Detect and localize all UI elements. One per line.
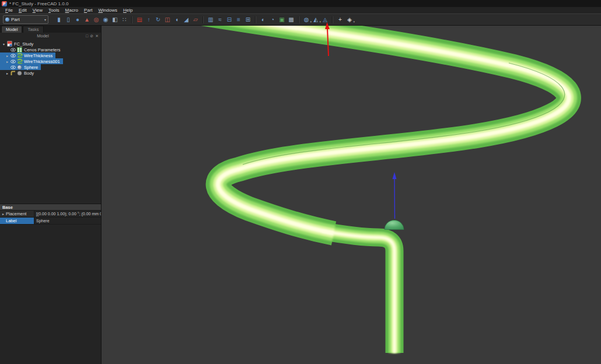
combo-view-tabs: Model Tasks — [0, 26, 101, 33]
toolbar-separator — [131, 16, 132, 23]
combo-view-panel: Model Tasks Model □ ⊘ ✕ ▾ FC_Study — [0, 26, 102, 364]
eye-icon — [10, 52, 16, 58]
helix-model[interactable] — [102, 26, 601, 364]
toolbar-separator — [298, 16, 299, 23]
loft-icon[interactable]: ▥ — [207, 16, 215, 24]
tree-row-fc-study[interactable]: ▾ FC_Study — [0, 41, 36, 47]
fillet-icon[interactable]: ◖ — [173, 16, 181, 24]
part-torus-icon[interactable]: ◎ — [92, 16, 100, 24]
part-sphere-icon[interactable]: ● — [74, 16, 82, 24]
model-panel-header: Model □ ⊘ ✕ — [0, 33, 101, 39]
tree-item-label: WireThickness — [24, 53, 53, 58]
sphere-icon — [16, 64, 23, 70]
tree-item-label: Sphere — [24, 65, 38, 70]
expander-icon[interactable]: ▸ — [1, 212, 5, 216]
defeaturing-icon[interactable]: ▩ — [287, 16, 295, 24]
make-face-icon[interactable]: ▱ — [191, 16, 200, 24]
property-group-header[interactable]: Base — [0, 204, 101, 211]
part-box-icon[interactable]: ▮ — [55, 16, 63, 24]
revolve-icon[interactable]: ↻ — [154, 16, 162, 24]
expander-icon[interactable]: ▸ — [5, 71, 10, 75]
menu-edit[interactable]: Edit — [16, 8, 30, 13]
menu-tools[interactable]: Tools — [46, 8, 62, 13]
helix-icon — [16, 52, 23, 58]
part-workbench-icon — [5, 18, 9, 22]
eye-icon — [10, 47, 16, 52]
titlebar: F * FC_Study - FreeCAD 1.0.0 — [0, 0, 601, 7]
solid-icon — [16, 70, 23, 76]
toolbar: Part ▾ ▮ ▯ ● ▲ ◎ ◉ ◧ ∷ ▤ ↑ ↻ ◫ ◖ ◢ ▱ ▥ ≈… — [0, 13, 601, 26]
split-tools-icon[interactable]: ◭ — [312, 16, 320, 24]
chamfer-icon[interactable]: ◢ — [182, 16, 190, 24]
tree-row-cenos-parameters[interactable]: Cenos Parameters — [0, 47, 64, 52]
property-value[interactable]: Sphere — [34, 218, 101, 224]
toolbar-separator — [255, 16, 256, 23]
draw-style-icon[interactable]: ◈ — [345, 16, 354, 24]
chevron-down-icon: ▾ — [44, 18, 46, 22]
eye-icon — [10, 64, 16, 70]
tree-row-sphere[interactable]: Sphere — [0, 64, 41, 70]
menu-help[interactable]: Help — [120, 8, 135, 13]
boolean-icon[interactable]: ◐ — [259, 16, 267, 24]
sweep-icon[interactable]: ≈ — [216, 16, 224, 24]
cenos-icon[interactable]: ▣ — [278, 16, 286, 24]
workbench-label: Part — [11, 17, 20, 22]
dock-float-icon[interactable]: □ — [86, 34, 88, 38]
freecad-logo-icon: F — [2, 1, 7, 6]
sphere-cap — [385, 220, 404, 230]
workbench-selector[interactable]: Part ▾ — [3, 15, 48, 24]
tree-item-label: Body — [24, 71, 34, 76]
expander-icon[interactable]: ▾ — [1, 42, 6, 46]
cross-sections-icon[interactable]: ≡ — [235, 16, 243, 24]
tab-tasks[interactable]: Tasks — [23, 26, 43, 33]
fit-all-icon[interactable]: + — [336, 16, 344, 24]
property-name: Placement — [6, 211, 26, 216]
spreadsheet-icon — [16, 47, 23, 52]
cut-icon[interactable]: ◔ — [268, 16, 277, 24]
tree-row-body[interactable]: ▸ Body — [0, 70, 37, 76]
mirror-icon[interactable]: ◫ — [163, 16, 172, 24]
menu-view[interactable]: View — [30, 8, 46, 13]
create-primitives-icon[interactable]: ∷ — [120, 16, 128, 24]
part-tube-icon[interactable]: ◉ — [102, 16, 110, 24]
blue-axis-arrow — [393, 172, 397, 219]
expander-icon[interactable]: ▸ — [5, 60, 10, 64]
menu-windows[interactable]: Windows — [96, 8, 120, 13]
tree-item-label: WireThickness001 — [24, 59, 60, 64]
menu-macro[interactable]: Macro — [62, 8, 81, 13]
close-icon[interactable]: ✕ — [95, 34, 99, 38]
freecad-document-icon — [6, 41, 13, 47]
hide-icon[interactable]: ⊘ — [90, 34, 93, 38]
model-tree: ▾ FC_Study Cenos Parameters ▸ — [0, 39, 101, 204]
property-editor: Base ▸ Placement [(0.00 0.00 1.00); 0.00… — [0, 204, 101, 225]
menu-part[interactable]: Part — [81, 8, 96, 13]
shape-builder-icon[interactable]: ◧ — [111, 16, 119, 24]
property-row-placement[interactable]: ▸ Placement [(0.00 0.00 1.00); 0.00 °; (… — [0, 211, 101, 218]
property-row-label[interactable]: Label Sphere — [0, 218, 101, 225]
tab-model[interactable]: Model — [1, 26, 22, 33]
3d-viewport[interactable] — [102, 26, 601, 364]
tree-item-label: FC_Study — [14, 41, 33, 47]
sidebar-empty-area — [0, 225, 101, 364]
helix-icon — [16, 58, 23, 64]
offset-icon[interactable]: ⊞ — [244, 16, 252, 24]
menubar: File Edit View Tools Macro Part Windows … — [0, 7, 601, 13]
section-icon[interactable]: ⊟ — [225, 16, 233, 24]
extrude-icon[interactable]: ↑ — [145, 16, 153, 24]
toolbar-separator — [202, 16, 204, 23]
part-cylinder-icon[interactable]: ▯ — [64, 16, 72, 24]
property-name: Label — [6, 218, 16, 223]
panel-title: Model — [0, 33, 86, 38]
import-part-icon[interactable]: ▤ — [135, 16, 144, 24]
eye-icon — [10, 58, 16, 64]
part-cone-icon[interactable]: ▲ — [83, 16, 91, 24]
compound-tools-icon[interactable]: ◍ — [302, 16, 310, 24]
property-value[interactable]: [(0.00 0.00 1.00); 0.00 °; (0.00 mm 0.00… — [34, 211, 101, 217]
tree-row-wirethickness[interactable]: ▸ WireThickness — [0, 52, 55, 58]
menu-file[interactable]: File — [2, 8, 16, 13]
window-title: * FC_Study - FreeCAD 1.0.0 — [9, 1, 68, 6]
red-axis-arrow — [322, 22, 334, 58]
expander-icon[interactable]: ▸ — [5, 54, 10, 58]
tree-row-wirethickness001[interactable]: ▸ WireThickness001 — [0, 58, 63, 64]
tube-tail-edge — [322, 231, 394, 353]
